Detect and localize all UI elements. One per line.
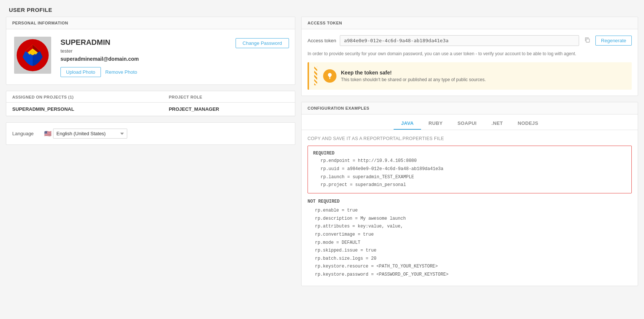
personal-info-header: PERSONAL INFORMATION xyxy=(6,17,295,29)
access-token-header: ACCESS TOKEN xyxy=(302,17,638,29)
projects-table-header-row: ASSIGNED ON PROJECTS (1) PROJECT ROLE xyxy=(6,91,295,103)
config-tab-net[interactable]: .NET xyxy=(484,117,510,130)
personal-info-body: SUPERADMIN tester superadminemail@domain… xyxy=(6,29,295,84)
token-label: Access token xyxy=(308,38,336,43)
user-info-text: SUPERADMIN tester superadminemail@domain… xyxy=(60,38,139,77)
page-header: USER PROFILE xyxy=(0,0,644,17)
config-body: COPY AND SAVE IT AS A REPORTPORTAL.PROPE… xyxy=(302,130,638,286)
user-role: tester xyxy=(60,48,139,54)
table-row: SUPERADMIN_PERSONALPROJECT_MANAGER xyxy=(6,103,295,116)
not-required-label: NOT REQUIRED xyxy=(308,198,632,205)
personal-info-top: SUPERADMIN tester superadminemail@domain… xyxy=(60,38,289,77)
not-required-code-line: rp.enable = true xyxy=(315,207,632,215)
token-input[interactable] xyxy=(340,35,579,46)
user-details: SUPERADMIN tester superadminemail@domain… xyxy=(60,37,289,77)
not-required-code-line: rp.keystore.resource = <PATH_TO_YOUR_KEY… xyxy=(315,263,632,271)
projects-table-body: SUPERADMIN_PERSONALPROJECT_MANAGER xyxy=(6,103,295,116)
token-row: Access token Regenerate xyxy=(308,35,632,46)
config-tab-nodejs[interactable]: NODEJS xyxy=(510,117,546,130)
copy-token-button[interactable] xyxy=(583,37,592,44)
required-code-line: rp.launch = superadmin_TEST_EXAMPLE xyxy=(321,173,626,182)
required-code-line: rp.endpoint = http://10.9.4.105:8080 xyxy=(321,157,626,165)
upload-photo-button[interactable]: Upload Photo xyxy=(60,67,101,77)
col-project: ASSIGNED ON PROJECTS (1) xyxy=(6,91,163,103)
projects-table: ASSIGNED ON PROJECTS (1) PROJECT ROLE SU… xyxy=(6,91,295,116)
config-tabs: JAVARUBYSOAPUI.NETNODEJS xyxy=(302,114,638,130)
not-required-section: NOT REQUIRED rp.enable = truerp.descript… xyxy=(308,197,632,280)
config-tab-java[interactable]: JAVA xyxy=(394,117,421,130)
required-code-line: rp.uuid = a984e0e9-012e-4c6d-9a48-ab189d… xyxy=(321,165,626,173)
col-role: PROJECT ROLE xyxy=(163,91,295,103)
not-required-lines: rp.enable = truerp.description = My awes… xyxy=(308,207,632,279)
project-name: SUPERADMIN_PERSONAL xyxy=(6,103,163,116)
left-column: PERSONAL INFORMATION xyxy=(6,17,295,286)
not-required-code-line: rp.convertimage = true xyxy=(315,231,632,239)
warning-description: This token shouldn't be shared or publis… xyxy=(341,77,486,82)
personal-info-card: PERSONAL INFORMATION xyxy=(6,17,295,85)
required-code-line: rp.project = superadmin_personal xyxy=(321,181,626,189)
required-lines: rp.endpoint = http://10.9.4.105:8080rp.u… xyxy=(313,157,626,189)
warning-title: Keep the token safe! xyxy=(341,70,486,76)
language-row: Language 🇺🇸 English (United States) xyxy=(6,123,295,144)
required-section: REQUIRED rp.endpoint = http://10.9.4.105… xyxy=(308,146,632,193)
config-examples-header: CONFIGURATION EXAMPLES xyxy=(302,102,638,114)
project-role: PROJECT_MANAGER xyxy=(163,103,295,116)
language-select-wrap: 🇺🇸 English (United States) xyxy=(44,129,127,139)
avatar xyxy=(14,37,51,74)
change-password-button[interactable]: Change Password xyxy=(236,38,289,48)
warning-icon xyxy=(323,69,336,83)
required-label: REQUIRED xyxy=(313,150,626,157)
access-token-body: Access token Regenerate In order to prov… xyxy=(302,29,638,96)
not-required-code-line: rp.mode = DEFAULT xyxy=(315,239,632,247)
language-label: Language xyxy=(12,131,38,136)
user-email: superadminemail@domain.com xyxy=(60,56,139,62)
config-tab-soapui[interactable]: SOAPUI xyxy=(450,117,484,130)
svg-rect-7 xyxy=(586,39,589,42)
not-required-code-line: rp.batch.size.logs = 20 xyxy=(315,255,632,263)
avatar-section xyxy=(12,37,53,74)
token-warning: Keep the token safe! This token shouldn'… xyxy=(308,62,632,90)
remove-photo-button[interactable]: Remove Photo xyxy=(105,69,137,75)
config-instruction: COPY AND SAVE IT AS A REPORTPORTAL.PROPE… xyxy=(308,136,632,141)
flag-icon: 🇺🇸 xyxy=(44,130,52,137)
not-required-code-line: rp.keystore.password = <PASSWORD_OF_YOUR… xyxy=(315,271,632,279)
not-required-code-line: rp.description = My awesome launch xyxy=(315,215,632,223)
language-select[interactable]: English (United States) xyxy=(53,129,127,139)
token-info-text: In order to provide security for your ow… xyxy=(308,50,632,57)
access-token-card: ACCESS TOKEN Access token Regenerate In … xyxy=(301,17,638,96)
config-examples-card: CONFIGURATION EXAMPLES JAVARUBYSOAPUI.NE… xyxy=(301,102,638,286)
regenerate-button[interactable]: Regenerate xyxy=(595,36,632,46)
warning-text: Keep the token safe! This token shouldn'… xyxy=(341,70,486,82)
projects-card: ASSIGNED ON PROJECTS (1) PROJECT ROLE SU… xyxy=(6,91,295,116)
user-name: SUPERADMIN xyxy=(60,38,139,47)
config-tab-ruby[interactable]: RUBY xyxy=(421,117,450,130)
warning-stripe xyxy=(314,67,317,85)
config-code-block: REQUIRED rp.endpoint = http://10.9.4.105… xyxy=(308,146,632,280)
right-column: ACCESS TOKEN Access token Regenerate In … xyxy=(301,17,638,286)
page-title: USER PROFILE xyxy=(9,7,635,13)
language-card: Language 🇺🇸 English (United States) xyxy=(6,122,295,145)
photo-actions: Upload Photo Remove Photo xyxy=(60,67,139,77)
not-required-code-line: rp.attributes = key:value, value, xyxy=(315,223,632,231)
not-required-code-line: rp.skipped.issue = true xyxy=(315,247,632,255)
main-layout: PERSONAL INFORMATION xyxy=(0,17,644,292)
